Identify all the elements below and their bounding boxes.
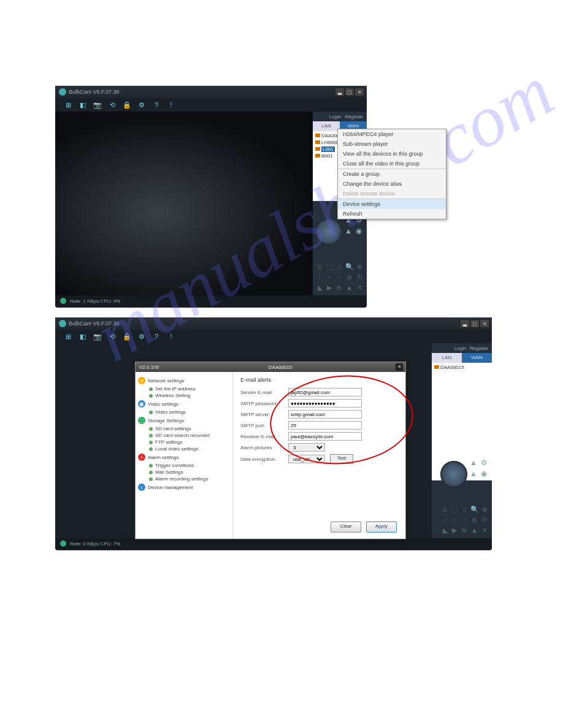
chevron-up-icon[interactable]: ▲ [470,526,479,534]
tree-item[interactable]: SD card settings [149,425,230,432]
film-icon[interactable]: ⬚ [451,506,459,514]
minimize-button[interactable]: ▃ [460,319,470,328]
ctx-item[interactable]: H264/MPEG4 player [338,129,446,139]
test-button[interactable]: Test [330,454,353,464]
layout-icon[interactable]: ◧ [79,332,87,341]
clear-button[interactable]: Clear [331,521,361,533]
register-link[interactable]: Register [470,346,488,351]
sender-input[interactable] [288,388,362,396]
lock-icon[interactable]: 🔒 [123,332,131,341]
tab-wan[interactable]: WAN [462,353,492,363]
minimize-button[interactable]: ▃ [335,88,345,96]
bulb-icon[interactable]: ◉ [481,469,489,478]
tree-item[interactable]: Wireless Setting [149,392,230,399]
tree-item[interactable]: SD card search recorded [149,432,230,439]
smtp-server-input[interactable] [288,410,362,419]
down-icon[interactable]: ◣ [316,284,324,292]
target-icon[interactable]: ⊚ [470,516,479,524]
tree-item[interactable]: Local video settings [149,446,230,452]
wrench-icon[interactable]: ✕ [481,526,489,534]
ctx-item[interactable]: Create a group [338,169,446,179]
ptz-wheel[interactable] [315,218,342,245]
login-link[interactable]: Login [454,346,467,351]
down-icon[interactable]: ◣ [442,526,449,534]
warning-icon[interactable]: ▲ [470,458,478,467]
left-icon[interactable]: ← [326,273,334,281]
maximize-button[interactable]: ▢ [470,319,480,328]
ctx-item[interactable]: Refresh [338,209,446,219]
tab-lan[interactable]: LAN [313,121,340,131]
dialog-close-button[interactable]: ✕ [396,363,403,371]
ctx-device-settings[interactable]: Device settings [338,199,446,209]
film-icon[interactable]: ⬚ [326,263,334,271]
bulb-icon[interactable]: ◉ [356,227,364,235]
device-item[interactable]: DAA00015 [433,364,491,371]
search-icon[interactable]: 🔍 [470,506,479,514]
close-button[interactable]: ✕ [480,319,489,328]
up-icon[interactable]: ↑ [316,273,324,281]
wifi-icon[interactable]: ≋ [461,526,468,534]
info-icon[interactable]: ! [167,100,175,109]
camera-icon[interactable]: 📷 [93,100,102,109]
aperture-icon[interactable]: ⊕ [481,506,489,514]
maximize-button[interactable]: ▢ [345,88,354,96]
grid-icon[interactable]: ⊞ [64,100,72,109]
tree-item[interactable]: FTP settings [149,439,230,446]
help-icon[interactable]: ? [152,100,161,109]
apply-button[interactable]: Apply [366,521,397,533]
ctx-item[interactable]: Close all the video in this group [338,159,446,169]
aperture-icon[interactable]: ⊕ [356,263,364,271]
tree-alarm[interactable]: !Alarm settings [138,452,230,462]
tree-item[interactable]: Trigger conditions [149,462,230,469]
up-icon[interactable]: ↑ [442,516,449,524]
rotate-icon[interactable]: ↻ [356,273,364,281]
wrench-icon[interactable]: ✕ [356,284,364,292]
alarm-pic-select[interactable]: 3 [288,443,325,452]
ctx-item[interactable]: Sub-stream player [338,139,446,149]
info-icon[interactable]: ! [167,332,175,341]
tree-device-mgmt[interactable]: iDevice management [138,482,230,492]
smtp-port-input[interactable] [288,421,362,430]
gear-icon[interactable]: ⚙ [137,100,146,109]
tree-item[interactable]: Mail Settings [149,469,230,476]
right-icon[interactable]: → [461,516,468,524]
cam-icon[interactable]: ⎚ [316,263,324,271]
refresh-icon[interactable]: ⟲ [108,332,117,341]
ctx-item[interactable]: Change the device alias [338,179,446,189]
gear-icon[interactable]: ⚙ [481,458,489,467]
warning-icon[interactable]: ▲ [470,469,478,478]
warning-icon[interactable]: ▲ [345,227,353,235]
target-icon[interactable]: ⊚ [345,273,354,281]
tab-lan[interactable]: LAN [432,353,462,363]
left-icon[interactable]: ← [451,516,459,524]
help-icon[interactable]: ? [152,332,161,341]
play-icon[interactable]: ▶ [451,526,459,534]
smtp-pass-input[interactable] [288,399,362,408]
chevron-up-icon[interactable]: ▲ [345,284,354,292]
tree-item[interactable]: Set the IP address [149,385,230,392]
wifi-icon[interactable]: ≋ [335,284,343,292]
tree-video[interactable]: ▣Video settings [138,399,230,409]
search-icon[interactable]: 🔍 [345,263,354,271]
camera-icon[interactable]: 📷 [93,332,102,341]
cam-icon[interactable]: ⎚ [442,506,449,514]
tree-item[interactable]: Alarm recording settings [149,476,230,482]
layout-icon[interactable]: ◧ [79,100,87,109]
ctx-item[interactable]: View all the devices in this group [338,149,446,159]
register-link[interactable]: Register [345,114,363,119]
refresh-icon[interactable]: ⟲ [108,100,117,109]
right-icon[interactable]: → [335,273,343,281]
tree-storage[interactable]: ⬚Storage Settings [138,415,230,425]
gear-icon[interactable]: ⚙ [137,332,146,341]
grid-icon[interactable]: ⊞ [64,332,72,341]
encryption-select[interactable]: use_ssl [288,455,325,463]
receiver-input[interactable] [288,432,362,441]
lock-icon[interactable]: 🔒 [123,100,131,109]
video-viewport[interactable] [55,112,313,295]
rotate-icon[interactable]: ↻ [481,516,489,524]
play-icon[interactable]: ▶ [326,284,334,292]
headset-icon[interactable]: ♫ [335,263,343,271]
headset-icon[interactable]: ♫ [461,506,468,514]
tree-network[interactable]: ≋Network settings [138,376,230,385]
login-link[interactable]: Login [329,114,342,119]
